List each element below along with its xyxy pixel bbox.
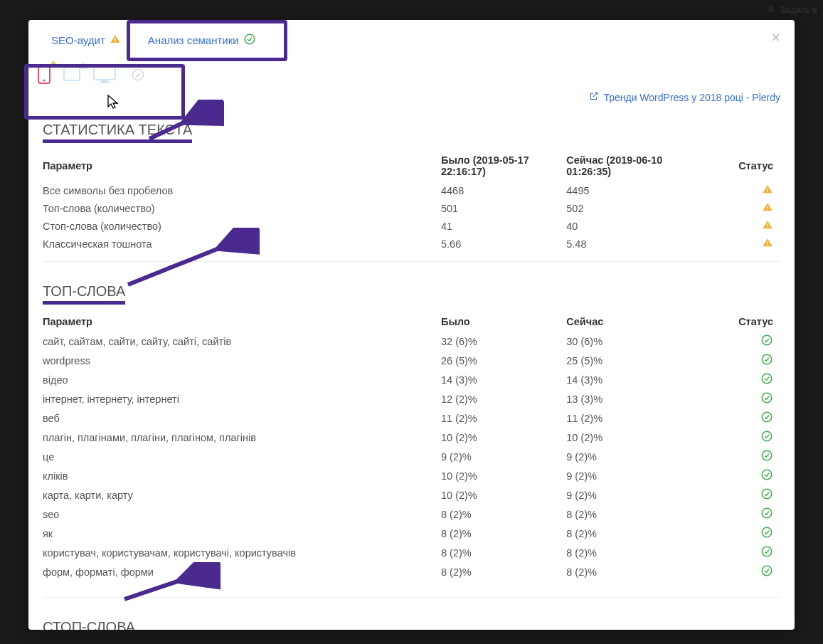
cell-status: [692, 370, 780, 389]
cell-was: 5.66: [441, 235, 566, 253]
cell-now: 8 (2)%: [566, 543, 691, 562]
cell-param: Классическая тошнота: [43, 235, 441, 253]
cell-param: кліків: [43, 466, 441, 485]
section-title-stop-words: СТОП-СЛОВА: [43, 619, 135, 630]
cell-was: 11 (2)%: [441, 408, 566, 428]
svg-point-30: [762, 450, 772, 460]
tab-seo-audit[interactable]: SEO-аудит: [43, 29, 129, 51]
cell-now: 9 (2)%: [566, 466, 691, 485]
cell-status: [692, 466, 780, 485]
divider: [43, 261, 780, 262]
cell-was: 8 (2)%: [441, 524, 566, 543]
cell-now: 8 (2)%: [566, 562, 691, 581]
check-circle-icon: [760, 568, 773, 579]
warning-icon: [762, 204, 773, 215]
background-header-label: Задать в: [780, 4, 817, 15]
cell-was: 4468: [441, 181, 566, 199]
col-header-param: Параметр: [43, 150, 441, 181]
section-title-top-words: ТОП-СЛОВА: [43, 283, 125, 305]
col-header-param: Параметр: [43, 312, 441, 332]
cell-was: 14 (3)%: [441, 370, 566, 389]
cell-param: форм, форматі, форми: [43, 562, 441, 581]
cell-param: веб: [43, 408, 441, 428]
check-circle-icon: [760, 510, 773, 522]
tab-seo-audit-label: SEO-аудит: [51, 34, 105, 46]
cell-status: [692, 408, 780, 428]
table-row: карта, карти, карту10 (2)%9 (2)%: [43, 485, 780, 505]
svg-point-24: [762, 335, 772, 345]
cell-now: 4495: [566, 181, 691, 199]
svg-point-31: [762, 470, 772, 480]
table-row: Классическая тошнота5.665.48: [43, 235, 780, 253]
cell-status: [692, 199, 780, 217]
svg-point-0: [769, 6, 772, 9]
cell-status: [692, 562, 780, 581]
cell-now: 13 (3)%: [566, 389, 691, 408]
cell-now: 5.48: [566, 235, 691, 253]
cell-now: 502: [566, 199, 691, 217]
cell-status: [692, 351, 780, 370]
cell-was: 10 (2)%: [441, 485, 566, 505]
check-circle-icon: [760, 357, 773, 368]
table-row: Все символы без пробелов44684495: [43, 181, 780, 199]
check-circle-icon: [760, 491, 773, 502]
cell-status: [692, 447, 780, 466]
svg-rect-20: [767, 223, 768, 226]
cell-param: користувач, користувачам, користувачі, к…: [43, 543, 441, 562]
svg-rect-1: [115, 38, 115, 40]
cell-param: seo: [43, 505, 441, 524]
cell-status: [692, 332, 780, 351]
svg-point-32: [762, 489, 772, 499]
table-row: Стоп-слова (количество)4140: [43, 217, 780, 235]
col-header-was: Было: [441, 312, 566, 332]
cell-param: плагін, плагінами, плагіни, плагіном, пл…: [43, 428, 441, 447]
cell-param: Стоп-слова (количество): [43, 217, 441, 235]
svg-point-36: [762, 566, 772, 576]
svg-point-27: [762, 393, 772, 403]
cell-was: 10 (2)%: [441, 466, 566, 485]
cell-param: інтернет, інтернету, інтернеті: [43, 389, 441, 408]
cell-param: це: [43, 447, 441, 466]
cell-param: карта, карти, карту: [43, 485, 441, 505]
col-header-was: Было (2019-05-17 22:16:17): [441, 150, 566, 181]
svg-point-28: [762, 412, 772, 422]
svg-point-26: [762, 374, 772, 384]
check-circle-icon: [760, 472, 773, 483]
table-row: інтернет, інтернету, інтернеті12 (2)%13 …: [43, 389, 780, 408]
col-header-status: Статус: [692, 150, 780, 181]
modal-scroll-area[interactable]: СТАТИСТИКА ТЕКСТА Параметр Было (2019-05…: [28, 88, 789, 630]
svg-rect-2: [115, 41, 115, 42]
cell-param: як: [43, 524, 441, 543]
svg-rect-18: [767, 206, 768, 208]
svg-point-33: [762, 508, 772, 518]
text-stats-table: Параметр Было (2019-05-17 22:16:17) Сейч…: [43, 150, 780, 253]
check-circle-icon: [760, 433, 773, 445]
svg-rect-23: [767, 245, 768, 246]
table-row: wordpress26 (5)%25 (5)%: [43, 351, 780, 370]
col-header-status: Статус: [692, 312, 780, 332]
cell-param: Все символы без пробелов: [43, 181, 441, 199]
svg-point-25: [762, 354, 772, 364]
check-circle-icon: [760, 529, 773, 541]
cursor-icon: [107, 94, 121, 111]
svg-point-29: [762, 431, 772, 441]
background-header-text: Задать в: [766, 4, 817, 16]
cell-status: [692, 428, 780, 447]
cell-param: wordpress: [43, 351, 441, 370]
cell-now: 10 (2)%: [566, 428, 691, 447]
svg-rect-16: [767, 188, 768, 190]
cell-param: сайт, сайтам, сайти, сайту, сайті, сайті…: [43, 332, 441, 351]
check-circle-icon: [760, 414, 773, 426]
cell-now: 11 (2)%: [566, 408, 691, 428]
cell-was: 8 (2)%: [441, 543, 566, 562]
table-row: сайт, сайтам, сайти, сайту, сайті, сайті…: [43, 332, 780, 351]
section-title-text-stats: СТАТИСТИКА ТЕКСТА: [43, 122, 192, 143]
cell-status: [692, 524, 780, 543]
table-row: Топ-слова (количество)501502: [43, 199, 780, 217]
svg-rect-22: [767, 241, 768, 243]
cell-now: 40: [566, 217, 691, 235]
svg-rect-19: [767, 209, 768, 210]
table-row: це9 (2)%9 (2)%: [43, 447, 780, 466]
close-button[interactable]: ×: [771, 30, 780, 46]
cell-status: [692, 543, 780, 562]
